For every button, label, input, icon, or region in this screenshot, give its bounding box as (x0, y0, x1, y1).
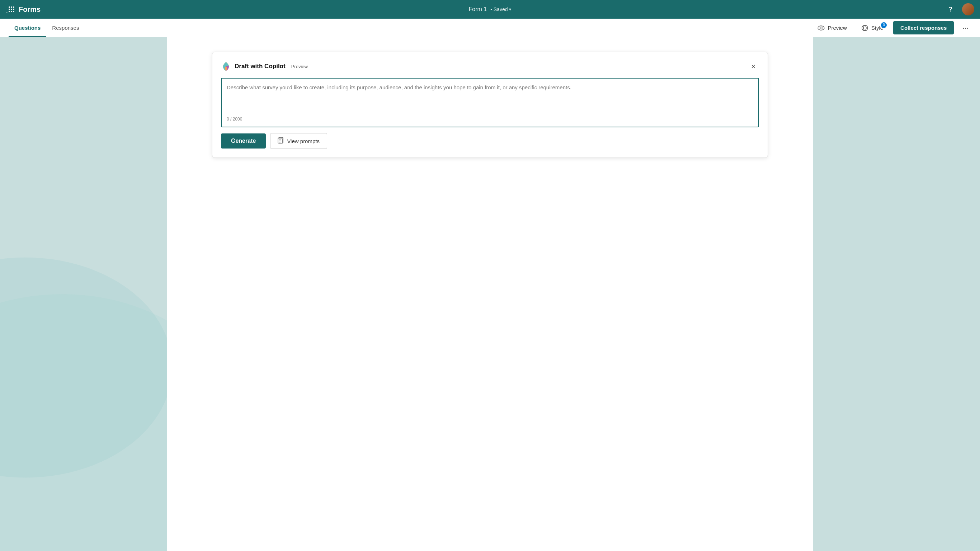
tab-responses[interactable]: Responses (46, 19, 85, 37)
svg-point-3 (9, 9, 10, 10)
style-badge: 0 (881, 22, 887, 28)
svg-point-4 (11, 9, 12, 10)
style-button[interactable]: 0 Style (857, 22, 888, 34)
svg-point-9 (818, 26, 824, 30)
dialog-actions: Generate (221, 133, 759, 149)
svg-point-13 (0, 258, 172, 478)
copilot-icon (221, 61, 231, 72)
form-panel: Draft with Copilot Preview × 0 / 2000 Ge… (167, 37, 813, 551)
tabs-right-actions: Preview 0 Style Collect responses ··· (813, 21, 971, 34)
svg-point-7 (11, 11, 12, 12)
svg-point-6 (9, 11, 10, 12)
form-title[interactable]: Form 1 (469, 6, 487, 13)
svg-point-5 (13, 9, 14, 10)
generate-button[interactable]: Generate (221, 134, 266, 148)
view-prompts-icon (278, 137, 284, 145)
dialog-close-button[interactable]: × (748, 61, 759, 72)
char-count: 0 / 2000 (227, 116, 753, 122)
more-options-button[interactable]: ··· (959, 22, 971, 33)
svg-point-10 (820, 27, 822, 29)
svg-point-0 (9, 6, 10, 8)
svg-point-11 (862, 25, 868, 31)
main-content: Draft with Copilot Preview × 0 / 2000 Ge… (0, 37, 980, 551)
grid-dots-icon[interactable] (8, 6, 15, 13)
tab-questions[interactable]: Questions (9, 19, 46, 37)
nav-right-actions: ? (945, 3, 974, 16)
prompt-textarea[interactable] (227, 84, 753, 112)
app-name: Forms (19, 5, 41, 14)
chevron-down-icon[interactable]: ▾ (509, 7, 511, 12)
svg-point-1 (11, 6, 12, 8)
user-avatar[interactable] (962, 3, 974, 16)
svg-point-8 (13, 11, 14, 12)
preview-button[interactable]: Preview (813, 22, 851, 34)
tabs-bar: Questions Responses Preview 0 Style Coll… (0, 19, 980, 37)
top-navigation: ⋰ Forms Form 1 - Saved ▾ ? (0, 0, 980, 19)
svg-rect-18 (278, 138, 282, 143)
style-icon (861, 24, 869, 32)
nav-center: Form 1 - Saved ▾ (469, 6, 512, 13)
collect-responses-button[interactable]: Collect responses (893, 21, 954, 34)
dialog-header-left: Draft with Copilot Preview (221, 61, 308, 72)
preview-icon (818, 24, 825, 32)
dialog-title: Draft with Copilot (235, 63, 286, 70)
dialog-preview-badge: Preview (291, 64, 308, 69)
save-status: - Saved ▾ (490, 6, 511, 12)
tabs-left: Questions Responses (9, 19, 813, 37)
dialog-header: Draft with Copilot Preview × (221, 61, 759, 72)
copilot-dialog: Draft with Copilot Preview × 0 / 2000 Ge… (212, 52, 768, 158)
svg-point-2 (13, 6, 14, 8)
help-button[interactable]: ? (945, 3, 956, 15)
prompt-textarea-wrapper[interactable]: 0 / 2000 (221, 78, 759, 127)
view-prompts-button[interactable]: View prompts (270, 133, 327, 149)
